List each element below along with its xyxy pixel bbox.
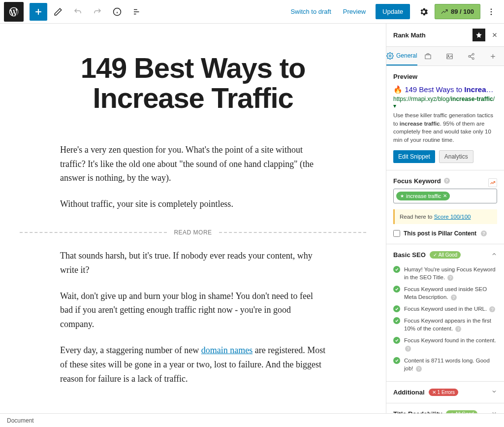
svg-point-18 <box>469 55 471 57</box>
chevron-up-icon <box>491 251 497 259</box>
paragraph-block[interactable]: That sounds harsh, but it's true. If nob… <box>60 249 326 277</box>
help-icon[interactable]: ? <box>455 326 461 332</box>
seo-check-item: Content is 8711 words long. Good job! ? <box>393 355 497 374</box>
trends-button[interactable] <box>488 178 497 187</box>
help-icon[interactable]: ? <box>405 346 411 352</box>
info-icon <box>113 7 122 16</box>
briefcase-icon <box>424 53 432 60</box>
help-icon[interactable]: ? <box>444 178 450 184</box>
post-title[interactable]: 149 Best Ways to Increase Traffic <box>60 53 326 113</box>
text-fragment: Every day, a staggering number of new <box>60 345 201 355</box>
wordpress-logo[interactable] <box>4 2 24 22</box>
tab-general[interactable]: General <box>386 47 417 66</box>
seo-check-item: Focus Keyword used inside SEO Meta Descr… <box>393 283 497 303</box>
check-icon <box>393 337 400 344</box>
image-icon <box>446 53 453 60</box>
pillar-content-checkbox[interactable]: This post is Pillar Content ? <box>393 230 497 237</box>
edit-snippet-button[interactable]: Edit Snippet <box>393 150 435 163</box>
edit-mode-button[interactable] <box>49 3 67 21</box>
seo-score-badge[interactable]: 89 / 100 <box>435 4 480 19</box>
paragraph-block[interactable]: Without traffic, your site is completely… <box>60 197 326 211</box>
help-icon[interactable]: ? <box>451 295 457 300</box>
more-options-button[interactable] <box>482 3 500 21</box>
svg-point-16 <box>448 55 449 56</box>
read-more-label: READ MORE <box>174 229 212 236</box>
keyword-chip: ★ increase traffic ✕ <box>396 192 450 200</box>
seo-score-value: 89 / 100 <box>451 8 474 15</box>
plus-icon <box>489 53 497 60</box>
gear-icon <box>419 7 429 17</box>
preview-link[interactable]: Preview <box>338 8 371 15</box>
editor-canvas[interactable]: 149 Best Ways to Increase Traffic Here's… <box>0 24 386 413</box>
star-icon <box>475 32 482 38</box>
tab-advanced[interactable] <box>417 47 439 66</box>
help-icon[interactable]: ? <box>447 275 453 281</box>
help-icon[interactable]: ? <box>481 230 487 236</box>
snippet-title-bold: Increase Traf... <box>464 85 497 94</box>
preview-heading: Preview <box>393 73 497 80</box>
favorite-button[interactable] <box>472 29 485 41</box>
editor-top-toolbar: Switch to draft Preview Update 89 / 100 <box>0 0 504 24</box>
kebab-icon <box>487 7 496 16</box>
breadcrumb-document[interactable]: Document <box>7 417 34 424</box>
remove-keyword-button[interactable]: ✕ <box>443 193 447 198</box>
tab-add[interactable] <box>482 47 504 66</box>
plus-icon <box>33 7 43 17</box>
additional-header[interactable]: Additional ✕ 1 Errors <box>393 389 497 396</box>
check-icon <box>393 305 400 312</box>
dashed-line-left <box>20 232 167 233</box>
tab-schema[interactable] <box>439 47 461 66</box>
error-badge: ✕ 1 Errors <box>429 389 459 396</box>
dashed-line-right <box>219 232 366 233</box>
svg-rect-14 <box>425 55 431 59</box>
paragraph-block[interactable]: Here's a very zen question for you. What… <box>60 143 326 185</box>
tab-general-label: General <box>396 52 417 59</box>
share-icon <box>468 53 475 60</box>
star-icon: ★ <box>400 194 404 198</box>
svg-point-8 <box>491 8 492 10</box>
update-button[interactable]: Update <box>376 4 410 19</box>
tab-social[interactable] <box>461 47 482 66</box>
check-icon <box>393 266 400 273</box>
snippet-url: https://rmapi.xyz/blog/increase-traffic/… <box>393 96 497 109</box>
title-readability-panel: Title Readability ✓ All Good <box>386 403 504 413</box>
gear-icon <box>386 52 394 60</box>
domain-names-link[interactable]: domain names <box>201 345 252 355</box>
help-icon[interactable]: ? <box>489 306 495 312</box>
svg-point-19 <box>472 58 474 60</box>
section-title: Basic SEO <box>393 251 426 259</box>
sidebar-title: Rank Math <box>393 32 472 39</box>
paragraph-block[interactable]: Wait, don't give up and burn your blog i… <box>60 289 326 331</box>
analytics-button[interactable]: Analytics <box>439 150 473 163</box>
fire-emoji: 🔥 <box>393 85 403 94</box>
svg-line-20 <box>471 55 472 56</box>
score-tip: Read here to Score 100/100 <box>393 209 497 224</box>
all-good-badge: ✓ All Good <box>430 251 461 259</box>
basic-seo-panel: Basic SEO ✓ All Good Hurray! You're usin… <box>386 244 504 382</box>
basic-seo-header[interactable]: Basic SEO ✓ All Good <box>393 251 497 259</box>
focus-keyword-input[interactable]: ★ increase traffic ✕ <box>393 189 497 203</box>
paragraph-block[interactable]: Every day, a staggering number of new do… <box>60 343 326 386</box>
rank-math-sidebar: Rank Math General Preview 🔥 149 Best W <box>386 24 504 413</box>
redo-button[interactable] <box>89 3 106 21</box>
check-icon <box>393 317 400 324</box>
wordpress-icon <box>8 6 19 17</box>
editor-footer: Document <box>0 413 504 427</box>
sidebar-tabs: General <box>386 47 504 66</box>
details-button[interactable] <box>108 3 126 21</box>
score-link[interactable]: Score 100/100 <box>434 214 471 220</box>
outline-button[interactable] <box>128 3 146 21</box>
help-icon[interactable]: ? <box>416 366 422 372</box>
add-block-button[interactable] <box>30 3 47 21</box>
chevron-down-icon <box>491 389 497 396</box>
svg-line-21 <box>471 57 472 58</box>
svg-point-10 <box>491 13 492 15</box>
read-more-separator[interactable]: READ MORE <box>20 229 366 236</box>
chart-icon <box>441 8 448 15</box>
settings-button[interactable] <box>415 3 433 21</box>
pillar-checkbox-input[interactable] <box>393 230 400 237</box>
switch-to-draft-link[interactable]: Switch to draft <box>285 8 336 15</box>
close-sidebar-button[interactable] <box>488 29 501 41</box>
undo-button[interactable] <box>69 3 87 21</box>
seo-check-item: Focus Keyword found in the content. ? <box>393 334 497 354</box>
